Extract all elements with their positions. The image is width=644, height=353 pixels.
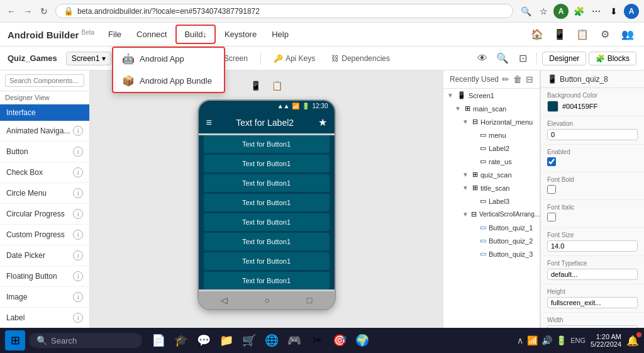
tree-node-btn-quiz-3[interactable]: ▭ Button_quiz_3	[443, 247, 540, 261]
tablet-icon[interactable]: 📋	[574, 26, 591, 43]
tablet-view-icon[interactable]: 📋	[269, 77, 286, 94]
prop-elevation-input[interactable]	[547, 129, 638, 140]
component-date-picker[interactable]: Date Picker i	[0, 245, 89, 266]
info-icon-checkbox[interactable]: i	[73, 167, 83, 177]
lang-icon[interactable]: ENG	[570, 337, 586, 344]
info-icon-image[interactable]: i	[73, 292, 83, 302]
tree-node-label3[interactable]: ▭ Label3	[443, 194, 540, 208]
forward-button[interactable]: →	[21, 5, 34, 18]
prop-height-input[interactable]	[547, 297, 638, 308]
tree-node-screen1[interactable]: ▼ 📱 Screen1	[443, 89, 540, 102]
phone-button-8[interactable]: Text for Button1	[204, 272, 330, 289]
dropdown-android-app[interactable]: 🤖 Android App	[113, 48, 224, 70]
chevron-icon[interactable]: ∧	[517, 335, 523, 345]
taskbar-app-globe[interactable]: 🌍	[352, 330, 372, 350]
prop-enabled-checkbox[interactable]	[547, 157, 556, 166]
recents-nav-icon[interactable]: □	[307, 295, 312, 305]
address-bar[interactable]: 🔒 beta.androidbuilder.in/?locale=en#5734…	[55, 4, 513, 18]
prop-font-typeface-input[interactable]	[547, 269, 638, 280]
taskbar-search[interactable]: 🔍 Search	[29, 333, 142, 348]
info-icon-date-picker[interactable]: i	[73, 250, 83, 261]
menu-help[interactable]: Help	[265, 26, 295, 43]
component-circular-progress[interactable]: Circular Progress i	[0, 204, 89, 225]
prop-font-size-input[interactable]	[547, 240, 638, 252]
component-image[interactable]: Image i	[0, 287, 89, 308]
info-icon-button[interactable]: i	[73, 147, 83, 157]
taskbar-app-target[interactable]: 🎯	[330, 330, 350, 350]
back-button[interactable]: ←	[5, 5, 18, 18]
designer-button[interactable]: Designer	[542, 52, 586, 65]
bookmark-icon[interactable]: ☆	[536, 4, 551, 19]
tree-node-menu[interactable]: ▭ menu	[443, 128, 540, 142]
component-label[interactable]: Label i	[0, 308, 89, 328]
color-swatch[interactable]	[547, 101, 558, 112]
phone-button-2[interactable]: Text for Button1	[204, 155, 330, 172]
download-icon[interactable]: ⬇	[606, 4, 621, 19]
phone-button-7[interactable]: Text for Button1	[204, 252, 330, 270]
account-icon[interactable]: A	[624, 4, 639, 19]
tree-node-btn-quiz-1[interactable]: ▭ Button_quiz_1	[443, 221, 540, 234]
search-icon[interactable]: 🔍	[518, 4, 533, 19]
wifi-sys-icon[interactable]: 📶	[527, 335, 538, 345]
notification-icon[interactable]: 🔔	[626, 335, 639, 347]
component-custom-progress[interactable]: Custom Progress i	[0, 225, 89, 245]
menu-build[interactable]: Build↓	[179, 27, 211, 42]
tree-node-horizontal-menu[interactable]: ▼ ⊟ Horizontal_menu	[443, 115, 540, 128]
home-nav-icon[interactable]: ○	[265, 295, 270, 305]
back-nav-icon[interactable]: ◁	[221, 295, 228, 305]
tree-node-vertical-scroll[interactable]: ▼ ⊟ VerticalScrollArrang...	[443, 208, 540, 221]
extension-icon[interactable]: 🧩	[571, 4, 586, 19]
star-icon[interactable]: ★	[318, 116, 327, 128]
prop-font-italic-checkbox[interactable]	[547, 213, 556, 221]
screen1-button[interactable]: Screen1 ▾	[66, 52, 112, 65]
phone-button-1[interactable]: Text for Button1	[204, 135, 330, 153]
phone-button-3[interactable]: Text for Button1	[204, 174, 330, 192]
users-icon[interactable]: 👥	[619, 26, 636, 43]
dependencies-button[interactable]: ⛓ Dependencies	[325, 52, 396, 65]
hamburger-icon[interactable]: ≡	[206, 117, 212, 128]
zoom-icon[interactable]: 🔍	[494, 50, 511, 67]
eye-icon[interactable]: 👁	[474, 50, 491, 67]
taskbar-app-grad[interactable]: 🎓	[171, 330, 191, 350]
search-input[interactable]	[5, 74, 84, 87]
phone-button-5[interactable]: Text for Button1	[204, 213, 330, 231]
component-animated-nav[interactable]: Animated Naviga... i	[0, 121, 89, 142]
component-floating-button[interactable]: Floating Button i	[0, 266, 89, 287]
settings-gear-icon[interactable]: ⚙	[596, 26, 614, 43]
info-icon-circle-menu[interactable]: i	[73, 188, 83, 198]
phone-button-6[interactable]: Text for Button1	[204, 233, 330, 250]
tree-node-btn-quiz-2[interactable]: ▭ Button_quiz_2	[443, 234, 540, 247]
api-keys-button[interactable]: 🔑 Api Keys	[267, 52, 321, 65]
info-icon-circular-progress[interactable]: i	[73, 209, 83, 219]
tree-node-title-scan[interactable]: ▼ ⊞ title_scan	[443, 181, 540, 194]
taskbar-app-chrome[interactable]: 🌐	[262, 330, 282, 350]
home-icon[interactable]: 🏠	[528, 26, 546, 43]
start-button[interactable]: ⊞	[5, 330, 25, 350]
blocks-button[interactable]: 🧩 Blocks	[589, 52, 636, 65]
prop-font-bold-checkbox[interactable]	[547, 185, 556, 194]
component-checkbox[interactable]: Check Box i	[0, 162, 89, 183]
component-button[interactable]: Button i	[0, 142, 89, 162]
component-circle-menu[interactable]: Circle Menu i	[0, 183, 89, 204]
taskbar-app-store[interactable]: 🛒	[239, 330, 259, 350]
taskbar-app-folder[interactable]: 📁	[216, 330, 236, 350]
menu-file[interactable]: File	[102, 26, 128, 43]
phone-button-4[interactable]: Text for Button1	[204, 194, 330, 211]
taskbar-app-game[interactable]: 🎮	[284, 330, 304, 350]
taskbar-app-scissors[interactable]: ✂	[307, 330, 327, 350]
capture-icon[interactable]: ⊡	[514, 50, 531, 67]
info-icon-label[interactable]: i	[73, 313, 83, 323]
tree-node-label2[interactable]: ▭ Label2	[443, 142, 540, 155]
profile-icon[interactable]: A	[553, 4, 569, 19]
taskbar-app-file[interactable]: 📄	[148, 330, 169, 350]
phone-icon[interactable]: 📱	[551, 26, 569, 43]
battery-sys-icon[interactable]: 🔋	[556, 335, 567, 345]
expand-collapse-icon[interactable]: ⊟	[526, 74, 533, 84]
edit-icon[interactable]: ✏	[502, 74, 509, 84]
info-icon-custom-progress[interactable]: i	[73, 230, 83, 240]
tree-node-rate-us[interactable]: ▭ rate_us	[443, 155, 540, 168]
menu-connect[interactable]: Connect	[130, 26, 173, 43]
tree-node-quiz-scan[interactable]: ▼ ⊞ quiz_scan	[443, 168, 540, 181]
info-icon-animated-nav[interactable]: i	[73, 126, 83, 136]
volume-icon[interactable]: 🔊	[541, 335, 552, 345]
